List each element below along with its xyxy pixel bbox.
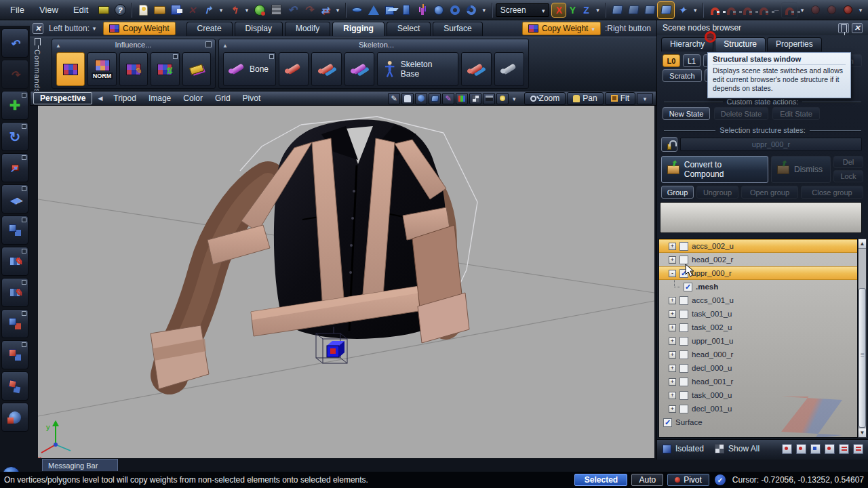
auto-mode-button[interactable]: Auto bbox=[631, 474, 663, 486]
tab-properties[interactable]: Properties bbox=[767, 37, 822, 52]
snap-minus-icon[interactable]: – bbox=[772, 2, 781, 18]
list-option-icon-4[interactable] bbox=[825, 444, 835, 454]
expand-toggle[interactable]: + bbox=[669, 405, 676, 413]
tree-node-task-000[interactable]: + task_000_u bbox=[659, 388, 857, 402]
menu-edit[interactable]: Edit bbox=[66, 5, 96, 15]
expand-toggle[interactable]: + bbox=[669, 310, 676, 318]
rotate-tool-button[interactable]: ↻ bbox=[1, 122, 28, 151]
axis-x-button[interactable]: X bbox=[552, 3, 566, 17]
mode-vertices-icon[interactable] bbox=[609, 2, 625, 18]
node-checkbox[interactable] bbox=[679, 391, 688, 400]
tab-surface[interactable]: Surface bbox=[433, 22, 482, 36]
checker-icon[interactable] bbox=[469, 93, 481, 104]
new-file-icon[interactable] bbox=[135, 2, 151, 18]
fit-button[interactable]: Fit bbox=[605, 92, 635, 105]
viewport-menu-image[interactable]: Image bbox=[143, 94, 176, 103]
undo-button[interactable] bbox=[1, 28, 28, 58]
state-level-1-button[interactable]: L1 bbox=[683, 54, 701, 67]
draw-mode-icon[interactable]: ✎ bbox=[388, 93, 400, 104]
list-option-icon-3[interactable] bbox=[810, 444, 821, 454]
influence-brush-button[interactable] bbox=[119, 52, 148, 86]
tab-select[interactable]: Select bbox=[387, 22, 431, 36]
isolated-cube-icon[interactable] bbox=[663, 445, 671, 453]
expand-toggle[interactable]: + bbox=[669, 256, 676, 264]
viewport-icons-overflow[interactable] bbox=[510, 94, 519, 103]
bone-mirror-button[interactable] bbox=[461, 52, 491, 86]
primitive-cone-icon[interactable] bbox=[366, 2, 382, 18]
node-checkbox[interactable] bbox=[679, 364, 688, 373]
pivot-mode-button[interactable]: Pivot bbox=[667, 474, 709, 486]
node-checkbox[interactable]: ✓ bbox=[663, 418, 672, 427]
axis-y-button[interactable]: Y bbox=[566, 3, 579, 17]
axis-z-button[interactable]: Z bbox=[579, 3, 593, 17]
import-dropdown-icon[interactable] bbox=[216, 2, 226, 18]
expand-toggle[interactable]: + bbox=[669, 297, 676, 304]
node-checkbox[interactable]: ✓ bbox=[684, 283, 692, 291]
primitive-box-icon[interactable] bbox=[398, 2, 414, 18]
redo-button[interactable] bbox=[1, 60, 28, 89]
pin-panel-icon[interactable] bbox=[838, 23, 849, 33]
new-state-button[interactable]: New State bbox=[663, 107, 710, 120]
menu-file[interactable]: File bbox=[3, 5, 32, 15]
expand-toggle[interactable]: + bbox=[669, 351, 676, 359]
viewport-canvas[interactable]: y x bbox=[38, 106, 654, 458]
node-checkbox[interactable] bbox=[679, 256, 688, 264]
viewport-menu-tripod[interactable]: Tripod bbox=[108, 94, 142, 103]
undo-icon[interactable] bbox=[284, 2, 300, 18]
bone-detach-button[interactable] bbox=[311, 52, 341, 86]
node-tree-scrollbar[interactable]: ▲ ▼ bbox=[858, 239, 867, 438]
snap-face-icon[interactable] bbox=[739, 2, 755, 18]
snap-edge-icon[interactable] bbox=[723, 2, 739, 18]
primitive-particles-icon[interactable] bbox=[414, 2, 431, 18]
tree-node-accs-001[interactable]: + accs_001_u bbox=[659, 293, 857, 307]
pan-button[interactable]: Pan bbox=[567, 92, 603, 105]
tab-rigging[interactable]: Rigging bbox=[332, 22, 384, 36]
tab-create[interactable]: Create bbox=[186, 22, 233, 36]
influence-normalize-button[interactable]: NORM bbox=[87, 52, 116, 86]
camera-menu[interactable]: Perspective bbox=[33, 92, 92, 104]
list-option-icon-1[interactable] bbox=[782, 444, 792, 454]
tree-node-mesh[interactable]: ✓ .mesh bbox=[659, 280, 857, 293]
bone-chain-button[interactable] bbox=[344, 52, 374, 86]
edit-state-button[interactable]: Edit State bbox=[772, 107, 820, 120]
expand-toggle[interactable]: + bbox=[669, 392, 676, 399]
tree-node-task-002[interactable]: + task_002_u bbox=[659, 321, 857, 334]
session-tool-icon[interactable] bbox=[840, 2, 856, 18]
pen-icon[interactable]: ✎ bbox=[442, 93, 454, 104]
bone-bake-button[interactable] bbox=[494, 52, 524, 86]
influence-erase-button[interactable] bbox=[182, 52, 211, 86]
mode-objects-icon[interactable] bbox=[658, 2, 674, 18]
snap-options-icon[interactable] bbox=[781, 2, 797, 18]
open-file-icon[interactable] bbox=[151, 2, 167, 18]
bone-button[interactable]: Bone bbox=[223, 52, 276, 86]
primitive-torus-icon[interactable] bbox=[447, 2, 463, 18]
scroll-thumb[interactable] bbox=[859, 288, 866, 428]
tab-display[interactable]: Display bbox=[235, 22, 283, 36]
sphere-tool-button[interactable] bbox=[1, 403, 28, 432]
select-mode-icon[interactable] bbox=[401, 93, 414, 104]
edit-mesh-pen-button[interactable] bbox=[1, 247, 28, 276]
left-button-caret-icon[interactable] bbox=[90, 20, 99, 37]
list-option-icon-6[interactable] bbox=[853, 444, 863, 454]
tab-structure[interactable]: Structure bbox=[715, 37, 766, 52]
tab-modify[interactable]: Modify bbox=[285, 22, 330, 36]
right-overflow-icon[interactable] bbox=[856, 2, 865, 18]
right-tool-button[interactable]: Copy Weight bbox=[522, 22, 601, 35]
shading-icon[interactable] bbox=[415, 93, 427, 104]
mode-polygons-icon[interactable] bbox=[642, 2, 658, 18]
help-icon[interactable] bbox=[112, 2, 128, 18]
snap-overflow-icon[interactable] bbox=[797, 2, 807, 18]
attach-tool-button[interactable] bbox=[1, 216, 28, 245]
tree-node-head-000[interactable]: + head_000_r bbox=[659, 348, 857, 361]
close-panel-icon[interactable] bbox=[33, 23, 43, 34]
dismiss-button[interactable]: Dismiss bbox=[771, 156, 831, 183]
weld-tool-button[interactable] bbox=[1, 340, 28, 369]
clapper-icon[interactable] bbox=[483, 93, 495, 104]
material-editor-icon[interactable] bbox=[252, 2, 268, 18]
scroll-up-icon[interactable]: ▲ bbox=[859, 239, 866, 249]
group-button[interactable]: Group bbox=[661, 186, 694, 199]
primitive-geosphere-icon[interactable] bbox=[463, 2, 479, 18]
menu-view[interactable]: View bbox=[32, 5, 66, 15]
screen-mode-dropdown[interactable]: Screen bbox=[496, 3, 550, 17]
delete-state-button[interactable]: Delete State bbox=[714, 107, 768, 120]
